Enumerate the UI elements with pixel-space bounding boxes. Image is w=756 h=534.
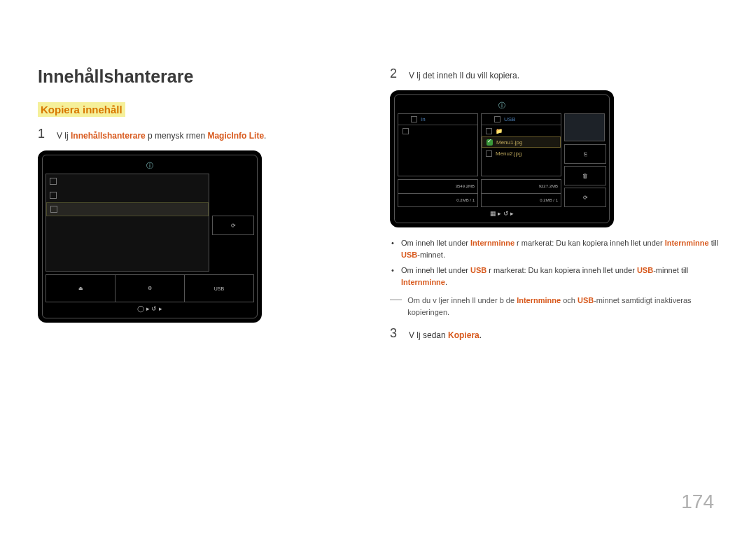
gear-icon: ⚙ — [148, 286, 152, 291]
pane-tab: In — [398, 114, 477, 125]
step-3: 3 V lj sedan Kopiera. — [390, 326, 721, 342]
list-item — [46, 174, 209, 188]
pane-tab: USB — [482, 114, 561, 125]
highlight: MagicInfo Lite — [207, 131, 264, 141]
device-top-icon: ⓘ — [398, 98, 606, 113]
button-column: ⎘ 🗑 ⟳ — [564, 144, 606, 207]
device-body: ⟳ — [46, 174, 254, 272]
text: V lj sedan — [409, 330, 448, 340]
footer-label: USB — [214, 286, 224, 291]
text: Om du v ljer inneh ll under b de — [407, 296, 517, 304]
bullet-list: Om inneh llet under Internminne r marker… — [390, 237, 721, 288]
text: r markerat: Du kan kopiera inneh llet un… — [514, 239, 665, 247]
tab-label: In — [421, 116, 426, 122]
stat-cell: 3549.2MB — [398, 180, 477, 194]
text: Om inneh llet under — [401, 266, 470, 274]
note-text: Om du v ljer inneh ll under b de Internm… — [407, 295, 721, 318]
dual-panes: In USB 📁 Menu1.jpg Menu2.jpg — [398, 113, 561, 176]
highlight: Internminne — [517, 296, 561, 304]
note-dash-icon — [390, 300, 402, 318]
step-1: 1 V lj Innehållshanterare p menysk rmen … — [38, 127, 369, 142]
step-number: 2 — [390, 66, 398, 81]
step-number: 1 — [38, 127, 46, 141]
text: . — [479, 330, 482, 340]
pane-usb: USB 📁 Menu1.jpg Menu2.jpg — [481, 113, 561, 176]
device-top-icon: ⓘ — [46, 158, 254, 174]
highlight: Internminne — [470, 239, 514, 247]
info-icon: ⓘ — [498, 101, 505, 111]
step-body: V lj Innehållshanterare p menysk rmen Ma… — [57, 127, 369, 142]
side-button: ⟳ — [212, 216, 254, 235]
highlight: USB — [637, 266, 653, 274]
info-grid: 3549.2MB 0.2MB / 1 9227.2MB 0.2MB / 1 — [398, 179, 561, 207]
step-2: 2 V lj det inneh ll du vill kopiera. — [390, 66, 721, 82]
left-column: Innehållshanterare Kopiera innehåll 1 V … — [38, 66, 369, 350]
footer-cell: ⚙ — [115, 275, 185, 302]
device-screenshot-2: ⓘ In USB 📁 Menu1.jpg — [390, 90, 614, 227]
page-number: 174 — [681, 491, 714, 513]
section-subtitle: Kopiera innehåll — [38, 102, 125, 117]
side-button: ⎘ — [564, 144, 606, 164]
text: Om inneh llet under — [401, 239, 470, 247]
file-panel — [46, 174, 209, 272]
folder-icon: 📁 — [496, 128, 503, 134]
list-item: 📁 — [482, 125, 561, 136]
list-item-selected: Menu1.jpg — [482, 136, 561, 148]
file-name: Menu1.jpg — [496, 139, 522, 146]
footer-cell: USB — [185, 275, 253, 302]
stat-cell: 0.2MB / 1 — [482, 194, 561, 207]
bullet-item: Om inneh llet under USB r markerat: Du k… — [390, 265, 721, 288]
right-column: 2 V lj det inneh ll du vill kopiera. ⓘ I… — [390, 66, 721, 350]
text: p menysk rmen — [146, 131, 208, 141]
page-content: Innehållshanterare Kopiera innehåll 1 V … — [0, 0, 756, 378]
text: -minnet till — [653, 266, 688, 274]
highlight: Kopiera — [448, 330, 479, 340]
highlight: USB — [470, 266, 486, 274]
device-hints: ◯ ▸ ↺ ▸ — [46, 302, 254, 315]
page-title: Innehållshanterare — [38, 66, 369, 87]
stats-right: 9227.2MB 0.2MB / 1 — [481, 179, 561, 207]
list-item — [398, 125, 477, 136]
info-icon: ⓘ — [146, 161, 153, 171]
text: . — [445, 278, 447, 286]
side-button: ⟳ — [564, 188, 606, 207]
device-hints: ▦ ▸ ↺ ▸ — [398, 207, 606, 220]
list-item: Menu2.jpg — [482, 148, 561, 159]
step-body: V lj sedan Kopiera. — [409, 326, 721, 342]
pane-internal: In — [398, 113, 478, 176]
side-controls: ⎘ 🗑 ⟳ — [564, 113, 606, 207]
highlight: USB — [578, 296, 594, 304]
stats-left: 3549.2MB 0.2MB / 1 — [398, 179, 478, 207]
file-name: Menu2.jpg — [496, 150, 522, 157]
text: och — [561, 296, 578, 304]
tab-label: USB — [504, 116, 515, 122]
step-body: V lj det inneh ll du vill kopiera. — [409, 66, 721, 82]
device-screenshot-1: ⓘ ⟳ ⏏ ⚙ USB ◯ ▸ ↺ ▸ — [38, 150, 262, 323]
highlight: Internminne — [401, 278, 445, 286]
stat-cell: 0.2MB / 1 — [398, 194, 477, 207]
note: Om du v ljer inneh ll under b de Internm… — [390, 295, 721, 318]
stat-cell: 9227.2MB — [482, 180, 561, 194]
usb-icon: ⏏ — [78, 286, 83, 291]
highlight: Innehållshanterare — [71, 131, 146, 141]
step-number: 3 — [390, 326, 398, 341]
text: till — [709, 239, 718, 247]
side-panel: ⟳ — [212, 174, 254, 272]
text: r markerat: Du kan kopiera inneh llet un… — [486, 266, 637, 274]
text: . — [264, 131, 266, 141]
highlight: USB — [401, 251, 417, 259]
check-icon — [486, 139, 493, 146]
device-footer: ⏏ ⚙ USB — [46, 274, 254, 302]
bullet-item: Om inneh llet under Internminne r marker… — [390, 237, 721, 260]
text: V lj — [57, 131, 71, 141]
list-item-selected — [46, 202, 209, 216]
text: -minnet. — [417, 251, 445, 259]
footer-cell: ⏏ — [46, 275, 115, 302]
preview-thumb — [564, 113, 605, 141]
highlight: Internminne — [665, 239, 709, 247]
device-body: In USB 📁 Menu1.jpg Menu2.jpg — [398, 113, 606, 207]
side-button: 🗑 — [564, 166, 606, 185]
list-item — [46, 188, 209, 202]
